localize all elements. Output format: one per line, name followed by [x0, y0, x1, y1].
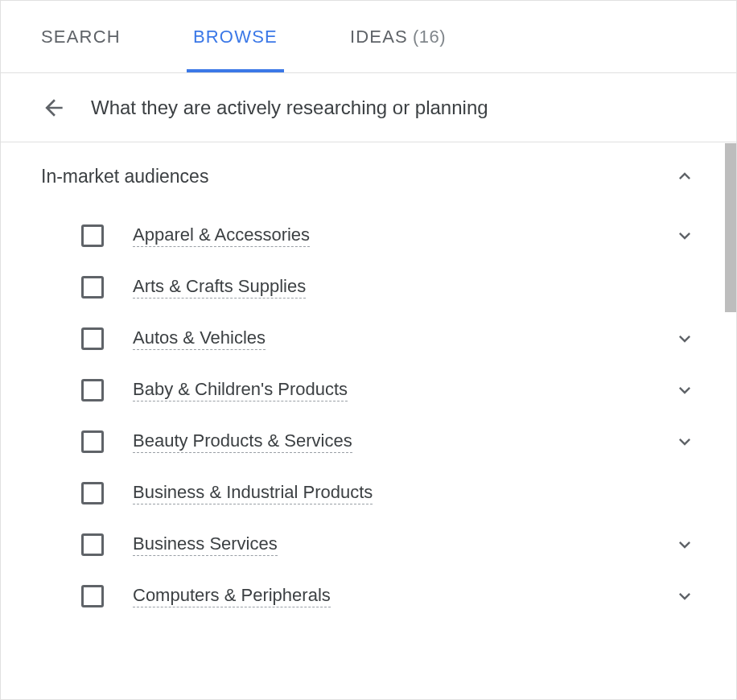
list-item: Apparel & Accessories: [41, 210, 704, 261]
tab-ideas-count: (16): [413, 27, 446, 47]
audience-list-scroll[interactable]: In-market audiences Apparel & Accessorie…: [1, 142, 736, 699]
list-item: Business Services: [41, 519, 704, 570]
list-item: Arts & Crafts Supplies: [41, 261, 704, 313]
list-item-label[interactable]: Beauty Products & Services: [133, 430, 352, 453]
chevron-down-icon[interactable]: [673, 430, 696, 453]
tab-search[interactable]: SEARCH: [41, 1, 121, 72]
list-item-label[interactable]: Business Services: [133, 533, 278, 556]
list-item: Business & Industrial Products: [41, 467, 704, 519]
section-title: In-market audiences: [41, 166, 208, 187]
breadcrumb-title: What they are actively researching or pl…: [91, 97, 488, 119]
breadcrumb: What they are actively researching or pl…: [1, 73, 736, 142]
chevron-down-icon[interactable]: [673, 585, 696, 607]
tab-bar: SEARCH BROWSE IDEAS (16): [1, 1, 736, 73]
tab-browse[interactable]: BROWSE: [193, 1, 278, 72]
chevron-down-icon[interactable]: [673, 327, 696, 350]
chevron-down-icon[interactable]: [673, 224, 696, 247]
checkbox[interactable]: [81, 482, 104, 504]
chevron-down-icon[interactable]: [673, 533, 696, 556]
list-item-label[interactable]: Business & Industrial Products: [133, 482, 373, 504]
list-item: Computers & Peripherals: [41, 570, 704, 622]
section-in-market-audiences[interactable]: In-market audiences: [41, 142, 704, 210]
checkbox[interactable]: [81, 224, 104, 247]
checkbox[interactable]: [81, 379, 104, 401]
checkbox[interactable]: [81, 533, 104, 556]
list-item: Autos & Vehicles: [41, 313, 704, 364]
checkbox[interactable]: [81, 327, 104, 350]
chevron-down-icon[interactable]: [673, 379, 696, 401]
list-item-label[interactable]: Apparel & Accessories: [133, 224, 310, 247]
list-item-label[interactable]: Computers & Peripherals: [133, 585, 331, 607]
checkbox[interactable]: [81, 430, 104, 453]
back-arrow-icon[interactable]: [41, 95, 67, 121]
tab-ideas-label: IDEAS: [350, 27, 408, 47]
checkbox[interactable]: [81, 276, 104, 299]
chevron-up-icon: [673, 165, 696, 187]
list-item-label[interactable]: Arts & Crafts Supplies: [133, 276, 306, 299]
scrollbar-thumb[interactable]: [725, 143, 736, 312]
list-item: Beauty Products & Services: [41, 416, 704, 467]
tab-ideas[interactable]: IDEAS (16): [350, 1, 446, 72]
list-item-label[interactable]: Autos & Vehicles: [133, 327, 266, 350]
audience-picker-panel: SEARCH BROWSE IDEAS (16) What they are a…: [0, 0, 737, 700]
checkbox[interactable]: [81, 585, 104, 607]
list-item-label[interactable]: Baby & Children's Products: [133, 379, 348, 401]
list-item: Baby & Children's Products: [41, 364, 704, 416]
